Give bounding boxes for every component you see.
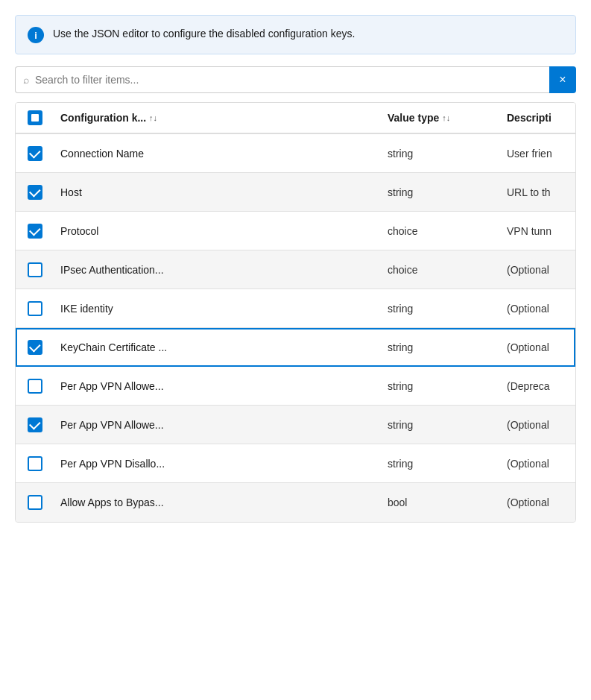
- row-checkbox-cell[interactable]: [16, 177, 54, 207]
- sort-icon-value[interactable]: ↑↓: [442, 113, 450, 122]
- row-checkbox-cell[interactable]: [16, 139, 54, 168]
- info-text: Use the JSON editor to configure the dis…: [53, 26, 355, 42]
- row-checkbox-cell[interactable]: [16, 488, 54, 517]
- search-icon: ⌕: [23, 74, 29, 86]
- row-value-type: string: [382, 179, 501, 206]
- row-config-key: Per App VPN Disallo...: [54, 450, 382, 477]
- row-description: (Optional: [501, 256, 575, 283]
- info-icon: i: [28, 27, 44, 43]
- row-checkbox[interactable]: [28, 301, 42, 316]
- table-header: Configuration k... ↑↓ Value type ↑↓ Desc…: [16, 103, 575, 134]
- table-row[interactable]: Per App VPN Allowe...string(Optional: [16, 406, 575, 444]
- row-checkbox[interactable]: [28, 262, 42, 277]
- table-row[interactable]: IKE identitystring(Optional: [16, 289, 575, 328]
- row-checkbox-cell[interactable]: [16, 294, 54, 324]
- row-checkbox[interactable]: [28, 146, 42, 161]
- row-description: (Depreca: [501, 373, 575, 400]
- clear-icon: ×: [559, 73, 566, 86]
- row-config-key: Per App VPN Allowe...: [54, 373, 382, 400]
- row-config-key: IKE identity: [54, 295, 382, 322]
- table-row[interactable]: IPsec Authentication...choice(Optional: [16, 250, 575, 289]
- table-row[interactable]: Allow Apps to Bypas...bool(Optional: [16, 483, 575, 522]
- row-checkbox-cell[interactable]: [16, 449, 54, 479]
- row-value-type: bool: [382, 489, 501, 516]
- row-value-type: string: [382, 295, 501, 322]
- row-checkbox-cell[interactable]: [16, 410, 54, 440]
- row-checkbox[interactable]: [28, 456, 42, 471]
- row-value-type: choice: [382, 218, 501, 245]
- header-value-type: Value type ↑↓: [382, 104, 501, 131]
- row-description: (Optional: [501, 295, 575, 322]
- row-config-key: Host: [54, 179, 382, 206]
- row-description: (Optional: [501, 412, 575, 438]
- row-config-key: Connection Name: [54, 140, 382, 167]
- info-banner: i Use the JSON editor to configure the d…: [15, 15, 576, 54]
- row-value-type: string: [382, 334, 501, 361]
- row-config-key: KeyChain Certificate ...: [54, 334, 382, 361]
- header-checkbox-cell[interactable]: [16, 103, 54, 133]
- row-checkbox-cell[interactable]: [16, 371, 54, 401]
- row-value-type: choice: [382, 256, 501, 283]
- row-checkbox-cell[interactable]: [16, 255, 54, 285]
- row-description: VPN tunn: [501, 218, 575, 245]
- sort-icon-config[interactable]: ↑↓: [149, 113, 157, 122]
- header-config-key: Configuration k... ↑↓: [54, 104, 382, 131]
- table-row[interactable]: Per App VPN Allowe...string(Depreca: [16, 367, 575, 406]
- row-config-key: IPsec Authentication...: [54, 256, 382, 283]
- row-config-key: Per App VPN Allowe...: [54, 412, 382, 438]
- row-checkbox[interactable]: [28, 185, 42, 200]
- header-description: Descripti: [501, 104, 575, 131]
- row-checkbox-cell[interactable]: [16, 216, 54, 246]
- row-value-type: string: [382, 450, 501, 477]
- row-description: URL to th: [501, 179, 575, 206]
- table-row[interactable]: HoststringURL to th: [16, 173, 575, 212]
- row-description: User frien: [501, 140, 575, 167]
- row-checkbox[interactable]: [28, 224, 42, 239]
- row-value-type: string: [382, 140, 501, 167]
- config-table: Configuration k... ↑↓ Value type ↑↓ Desc…: [15, 102, 576, 523]
- row-description: (Optional: [501, 489, 575, 516]
- row-checkbox[interactable]: [28, 417, 42, 432]
- table-row[interactable]: Connection NamestringUser frien: [16, 134, 575, 173]
- row-value-type: string: [382, 373, 501, 400]
- table-body: Connection NamestringUser frienHoststrin…: [16, 134, 575, 522]
- row-description: (Optional: [501, 450, 575, 477]
- row-checkbox-cell[interactable]: [16, 332, 54, 362]
- search-row: ⌕ ×: [15, 66, 576, 93]
- row-description: (Optional: [501, 334, 575, 361]
- row-config-key: Allow Apps to Bypas...: [54, 489, 382, 516]
- partial-indicator: [31, 114, 39, 122]
- table-row[interactable]: ProtocolchoiceVPN tunn: [16, 212, 575, 250]
- row-value-type: string: [382, 412, 501, 438]
- search-clear-button[interactable]: ×: [549, 66, 576, 93]
- row-config-key: Protocol: [54, 218, 382, 245]
- header-checkbox[interactable]: [28, 110, 42, 125]
- search-input-wrapper: ⌕: [15, 66, 549, 93]
- table-row[interactable]: KeyChain Certificate ...string(Optional: [16, 328, 575, 367]
- row-checkbox[interactable]: [28, 379, 42, 394]
- row-checkbox[interactable]: [28, 495, 42, 510]
- search-input[interactable]: [35, 74, 542, 86]
- table-row[interactable]: Per App VPN Disallo...string(Optional: [16, 444, 575, 483]
- row-checkbox[interactable]: [28, 340, 42, 355]
